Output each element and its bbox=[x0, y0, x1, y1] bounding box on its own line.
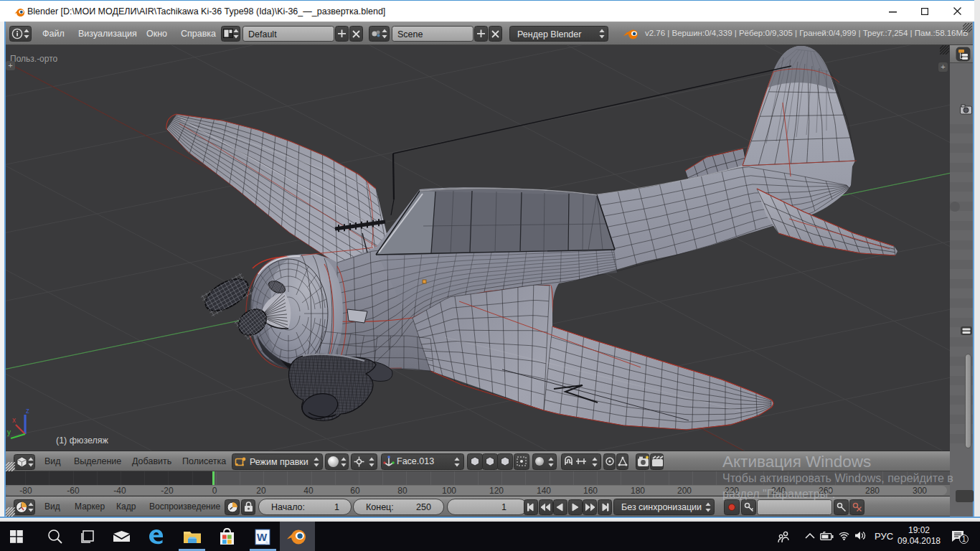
svg-text:y: y bbox=[7, 428, 11, 436]
svg-text:x: x bbox=[12, 416, 16, 424]
svg-text:z: z bbox=[26, 407, 29, 415]
svg-text:W: W bbox=[257, 531, 268, 543]
